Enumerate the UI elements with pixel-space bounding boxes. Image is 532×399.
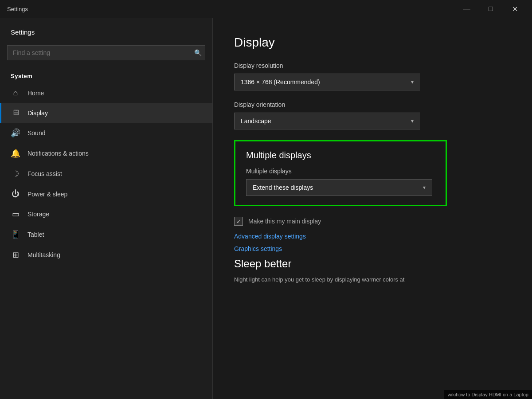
multiple-displays-dropdown[interactable]: Extend these displays ▾ <box>246 179 432 196</box>
orientation-section: Display orientation Landscape ▾ <box>234 101 511 129</box>
main-display-label: Make this my main display <box>248 218 321 225</box>
graphics-settings-link[interactable]: Graphics settings <box>234 245 511 252</box>
sidebar-item-multitasking[interactable]: ⊞ Multitasking <box>0 245 212 265</box>
sidebar-item-label-focus: Focus assist <box>27 170 62 177</box>
sidebar: Settings 🔍 System ⌂ Home 🖥 Display 🔊 Sou… <box>0 18 213 399</box>
window-controls: — □ ✕ <box>457 2 525 16</box>
resolution-dropdown[interactable]: 1366 × 768 (Recommended) ▾ <box>234 74 420 90</box>
multiple-displays-title: Multiple displays <box>246 150 435 160</box>
sidebar-item-label-multitasking: Multitasking <box>27 251 60 258</box>
maximize-button[interactable]: □ <box>481 2 501 16</box>
search-input[interactable] <box>7 45 205 60</box>
system-section-label: System <box>0 66 212 83</box>
sidebar-item-power[interactable]: ⏻ Power & sleep <box>0 184 212 204</box>
sidebar-item-sound[interactable]: 🔊 Sound <box>0 123 212 143</box>
notifications-icon: 🔔 <box>11 149 20 158</box>
multiple-displays-dropdown-label: Multiple displays <box>246 168 435 175</box>
sidebar-app-title: Settings <box>11 28 35 36</box>
power-icon: ⏻ <box>11 189 20 199</box>
sound-icon: 🔊 <box>11 128 20 138</box>
storage-icon: ▭ <box>11 209 20 219</box>
focus-icon: ☽ <box>11 169 20 179</box>
multiple-displays-chevron-icon: ▾ <box>423 184 426 191</box>
orientation-dropdown[interactable]: Landscape ▾ <box>234 113 420 129</box>
title-bar: Settings — □ ✕ <box>0 0 532 18</box>
sidebar-item-label-sound: Sound <box>27 129 45 137</box>
orientation-chevron-icon: ▾ <box>411 118 414 124</box>
main-display-checkbox[interactable]: ✓ <box>234 217 243 226</box>
tablet-icon: 📱 <box>11 230 20 239</box>
search-box: 🔍 <box>7 45 205 60</box>
sleep-section-title: Sleep better <box>234 258 511 270</box>
orientation-label: Display orientation <box>234 101 511 108</box>
sleep-section-desc: Night light can help you get to sleep by… <box>234 275 511 284</box>
close-button[interactable]: ✕ <box>505 2 525 16</box>
sidebar-item-label-storage: Storage <box>27 211 49 218</box>
page-title: Display <box>234 35 511 50</box>
sidebar-item-label-power: Power & sleep <box>27 191 67 198</box>
minimize-button[interactable]: — <box>457 2 477 16</box>
app-container: Settings 🔍 System ⌂ Home 🖥 Display 🔊 Sou… <box>0 18 532 399</box>
watermark: wikihow to Display HDMI on a Laptop <box>444 390 532 399</box>
multiple-displays-value: Extend these displays <box>253 184 313 191</box>
sidebar-item-label-display: Display <box>27 110 48 117</box>
sidebar-item-focus[interactable]: ☽ Focus assist <box>0 164 212 184</box>
content-area: Display Display resolution 1366 × 768 (R… <box>213 18 532 399</box>
advanced-display-link[interactable]: Advanced display settings <box>234 233 511 240</box>
sidebar-item-tablet[interactable]: 📱 Tablet <box>0 224 212 245</box>
sidebar-item-display[interactable]: 🖥 Display <box>0 103 212 123</box>
sidebar-item-storage[interactable]: ▭ Storage <box>0 204 212 224</box>
multitasking-icon: ⊞ <box>11 250 20 260</box>
sidebar-item-notifications[interactable]: 🔔 Notifications & actions <box>0 143 212 164</box>
window-title: Settings <box>7 6 28 12</box>
sidebar-item-home[interactable]: ⌂ Home <box>0 83 212 103</box>
sidebar-header: Settings <box>0 21 212 40</box>
resolution-chevron-icon: ▾ <box>411 79 414 85</box>
resolution-label: Display resolution <box>234 62 511 69</box>
orientation-value: Landscape <box>241 117 271 125</box>
resolution-value: 1366 × 768 (Recommended) <box>241 78 320 86</box>
main-display-row[interactable]: ✓ Make this my main display <box>234 217 511 226</box>
sidebar-item-label-notifications: Notifications & actions <box>27 150 89 157</box>
sidebar-item-label-tablet: Tablet <box>27 231 44 238</box>
search-icon[interactable]: 🔍 <box>194 49 202 56</box>
home-icon: ⌂ <box>11 88 20 98</box>
display-icon: 🖥 <box>11 108 20 117</box>
sidebar-item-label-home: Home <box>27 90 44 97</box>
multiple-displays-section: Multiple displays Multiple displays Exte… <box>234 140 447 206</box>
resolution-section: Display resolution 1366 × 768 (Recommend… <box>234 62 511 90</box>
